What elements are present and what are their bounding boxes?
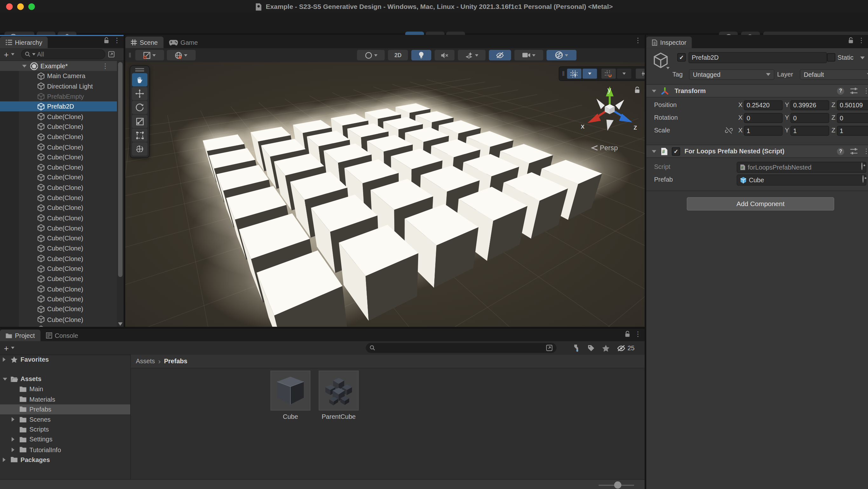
- project-tree-item[interactable]: Prefabs: [0, 404, 130, 414]
- create-object-button[interactable]: +: [4, 50, 8, 59]
- create-asset-button[interactable]: +: [4, 343, 8, 353]
- rotation-y-field[interactable]: 0: [790, 113, 829, 123]
- active-checkbox[interactable]: ✓: [677, 53, 686, 61]
- rotation-z-field[interactable]: 0: [837, 113, 868, 123]
- lock-icon[interactable]: [625, 331, 630, 337]
- add-component-button[interactable]: Add Component: [687, 197, 834, 210]
- foldout-arrow[interactable]: [652, 150, 656, 153]
- scene-lighting-toggle[interactable]: [411, 50, 431, 60]
- link-scale-icon[interactable]: [725, 127, 733, 134]
- gizmo-lock-icon[interactable]: [634, 86, 641, 94]
- object-picker-icon[interactable]: [863, 175, 864, 183]
- hierarchy-item[interactable]: Directional Light: [0, 81, 124, 92]
- foldout-arrow[interactable]: [652, 90, 656, 92]
- position-z-field[interactable]: 0.50109: [837, 100, 868, 110]
- scene-viewport[interactable]: ‖ Y: [125, 62, 645, 327]
- hierarchy-item[interactable]: Cube(Clone): [0, 233, 124, 243]
- hierarchy-item[interactable]: Cube(Clone): [0, 122, 124, 132]
- hierarchy-item[interactable]: Cube(Clone): [0, 193, 124, 203]
- hierarchy-item[interactable]: Cube(Clone): [0, 112, 124, 122]
- hierarchy-item[interactable]: Cube(Clone): [0, 203, 124, 213]
- open-search-window-icon[interactable]: [546, 345, 553, 351]
- project-tree-item[interactable]: Scripts: [0, 425, 130, 435]
- gizmos-dropdown[interactable]: [547, 50, 576, 60]
- scene-effects-dropdown[interactable]: [458, 50, 486, 60]
- project-tree-item[interactable]: Main: [0, 384, 130, 394]
- tab-project[interactable]: Project: [0, 330, 40, 341]
- project-tree-item[interactable]: Settings: [0, 434, 130, 445]
- tools-drag-handle[interactable]: [130, 67, 149, 72]
- view-hand-tool[interactable]: [132, 73, 148, 86]
- save-search-star-icon[interactable]: [602, 344, 610, 352]
- create-asset-dropdown[interactable]: [11, 347, 14, 349]
- tag-dropdown[interactable]: Untagged: [689, 69, 775, 80]
- search-by-type-icon[interactable]: [572, 344, 579, 352]
- scrollbar-down-arrow[interactable]: [118, 322, 123, 325]
- axis-neg-cone[interactable]: [615, 100, 624, 109]
- object-name-field[interactable]: Prefab2D: [688, 52, 827, 63]
- foldout-arrow[interactable]: [12, 417, 14, 422]
- search-filter-dropdown[interactable]: [32, 53, 35, 55]
- scene-camera-dropdown[interactable]: [515, 50, 543, 60]
- project-tree-item[interactable]: Scenes: [0, 414, 130, 425]
- snap-grid-button[interactable]: [601, 69, 615, 78]
- object-picker-icon[interactable]: [861, 162, 862, 170]
- presets-icon[interactable]: [850, 88, 858, 94]
- scale-tool[interactable]: [132, 115, 148, 128]
- rotate-tool[interactable]: [132, 101, 148, 114]
- component-menu-icon[interactable]: ⋮: [863, 88, 868, 94]
- hierarchy-item[interactable]: Cube(Clone): [0, 183, 124, 193]
- presets-icon[interactable]: [850, 148, 858, 155]
- tab-hierarchy[interactable]: Hierarchy: [0, 36, 48, 48]
- hierarchy-item[interactable]: Cube(Clone): [0, 132, 124, 142]
- lock-icon[interactable]: [103, 37, 109, 44]
- rect-tool[interactable]: [132, 129, 148, 142]
- hierarchy-item[interactable]: Cube(Clone): [0, 314, 124, 325]
- transform-tool[interactable]: [132, 142, 148, 156]
- foldout-arrow[interactable]: [3, 357, 6, 362]
- foldout-arrow[interactable]: [12, 447, 14, 452]
- foldout-arrow[interactable]: [12, 437, 14, 442]
- component-menu-icon[interactable]: ⋮: [863, 148, 868, 155]
- grid-visibility-dropdown[interactable]: [582, 69, 597, 78]
- project-tree-item[interactable]: Favorites: [0, 355, 130, 365]
- project-tree-item[interactable]: Materials: [0, 394, 130, 404]
- panel-menu-icon[interactable]: ⋮: [114, 37, 120, 44]
- hierarchy-item[interactable]: Cube(Clone): [0, 243, 124, 253]
- toggle-2d-button[interactable]: 2D: [388, 50, 408, 60]
- axis-neg-cone[interactable]: [596, 99, 604, 109]
- search-by-label-icon[interactable]: [587, 344, 595, 352]
- hierarchy-scene-row[interactable]: Example* ⋮: [0, 61, 124, 71]
- create-object-dropdown[interactable]: [11, 53, 14, 55]
- help-icon[interactable]: ?: [837, 87, 844, 95]
- scene-menu-icon[interactable]: ⋮: [102, 63, 108, 69]
- scale-z-field[interactable]: 1: [837, 126, 868, 136]
- panel-menu-icon[interactable]: ⋮: [858, 37, 865, 44]
- slider-thumb[interactable]: [614, 481, 621, 489]
- move-tool[interactable]: [132, 87, 148, 100]
- tool-handle-position-dropdown[interactable]: [135, 50, 164, 60]
- scene-audio-toggle[interactable]: [435, 50, 455, 60]
- hierarchy-item[interactable]: Cube(Clone): [0, 274, 124, 284]
- gizmo-center-cube[interactable]: [604, 104, 615, 114]
- grid-visibility-button[interactable]: Y: [567, 69, 581, 78]
- hierarchy-item[interactable]: Cube(Clone): [0, 253, 124, 264]
- project-tree-item[interactable]: Assets: [0, 374, 130, 384]
- hidden-objects-toggle[interactable]: [489, 50, 511, 60]
- panel-menu-icon[interactable]: ⋮: [635, 37, 642, 44]
- hierarchy-item[interactable]: Cube(Clone): [0, 304, 124, 314]
- hidden-packages-toggle[interactable]: 25: [616, 344, 634, 352]
- hierarchy-item[interactable]: Cube(Clone): [0, 152, 124, 162]
- component-enabled-checkbox[interactable]: ✓: [672, 147, 680, 155]
- tab-console[interactable]: Console: [40, 330, 84, 341]
- tab-game[interactable]: Game: [163, 36, 203, 48]
- static-dropdown[interactable]: [860, 57, 865, 59]
- tab-scene[interactable]: Scene: [125, 36, 163, 48]
- hierarchy-item[interactable]: PrefabEmpty: [0, 92, 124, 102]
- help-icon[interactable]: ?: [837, 148, 844, 155]
- tool-handle-rotation-dropdown[interactable]: [167, 50, 196, 60]
- transform-component-header[interactable]: Transform ? ⋮: [646, 84, 868, 97]
- project-tree-item[interactable]: Packages: [0, 455, 130, 465]
- script-field[interactable]: # forLoopsPrefabNested: [737, 162, 866, 173]
- toolbar-drag-handle[interactable]: ‖: [129, 52, 132, 58]
